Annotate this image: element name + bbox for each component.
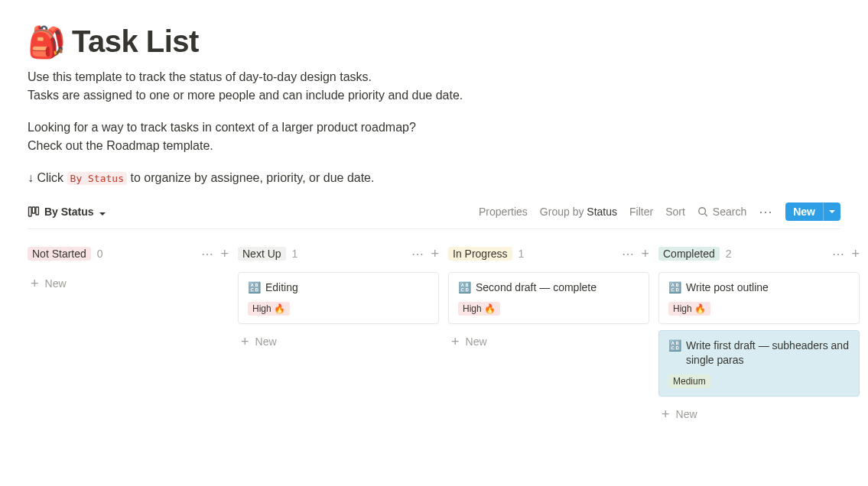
priority-tag: Medium <box>668 374 710 388</box>
plus-icon: + <box>662 407 670 421</box>
priority-tag: High 🔥 <box>248 302 290 316</box>
description-line: Use this template to track the status of… <box>28 68 840 86</box>
column-header: Not Started0⋯+ <box>28 243 229 264</box>
search-icon <box>697 206 708 217</box>
svg-rect-0 <box>29 207 32 216</box>
column-header: Completed2⋯+ <box>658 243 860 264</box>
svg-point-3 <box>699 208 706 215</box>
card-icon: 🔠 <box>668 339 681 354</box>
column-header: In Progress1⋯+ <box>448 243 649 264</box>
column-more-button[interactable]: ⋯ <box>201 247 214 261</box>
column-add-button[interactable]: + <box>431 247 439 261</box>
column-add-button[interactable]: + <box>641 247 649 261</box>
priority-tag: High 🔥 <box>668 302 710 316</box>
add-card-button[interactable]: +New <box>448 330 649 353</box>
new-button[interactable]: New <box>785 202 840 221</box>
column-status-tag[interactable]: Not Started <box>28 247 91 261</box>
board-card[interactable]: 🔠EditingHigh 🔥 <box>238 272 439 324</box>
column-add-button[interactable]: + <box>220 247 229 261</box>
column-status-tag[interactable]: In Progress <box>448 247 512 261</box>
card-icon: 🔠 <box>248 280 261 296</box>
filter-button[interactable]: Filter <box>629 206 653 218</box>
svg-line-4 <box>704 214 707 216</box>
plus-icon: + <box>241 335 249 348</box>
chevron-down-icon <box>99 208 106 215</box>
column-count: 0 <box>97 248 103 260</box>
description-line: Looking for a way to track tasks in cont… <box>28 118 840 137</box>
groupby-button[interactable]: Group by Status <box>540 206 617 218</box>
add-card-label: New <box>466 335 487 348</box>
card-icon: 🔠 <box>458 280 471 296</box>
board-card[interactable]: 🔠Write post outlineHigh 🔥 <box>658 272 860 324</box>
column-status-tag[interactable]: Completed <box>658 247 720 261</box>
add-card-button[interactable]: +New <box>658 403 860 426</box>
column-more-button[interactable]: ⋯ <box>411 247 424 261</box>
svg-rect-1 <box>32 207 35 213</box>
card-title: Write first draft — subheaders and singl… <box>686 339 850 368</box>
svg-rect-2 <box>36 207 39 215</box>
add-card-button[interactable]: +New <box>238 330 439 353</box>
priority-tag: High 🔥 <box>458 302 500 316</box>
sort-button[interactable]: Sort <box>665 206 685 218</box>
card-title: Second draft — complete <box>476 280 597 296</box>
board-column: Not Started0⋯++New <box>28 243 229 426</box>
description-line: Tasks are assigned to one or more people… <box>28 86 840 105</box>
column-count: 1 <box>519 248 525 260</box>
column-add-button[interactable]: + <box>851 247 860 261</box>
board-column: Completed2⋯+🔠Write post outlineHigh 🔥🔠Wr… <box>658 243 860 426</box>
column-count: 2 <box>726 248 732 260</box>
column-status-tag[interactable]: Next Up <box>238 247 286 261</box>
inline-code: By Status <box>67 172 127 185</box>
description-line: Check out the Roadmap template. <box>28 137 840 155</box>
column-more-button[interactable]: ⋯ <box>832 247 845 261</box>
board-card[interactable]: 🔠Second draft — completeHigh 🔥 <box>448 272 649 324</box>
board-icon <box>28 206 40 218</box>
column-more-button[interactable]: ⋯ <box>622 247 635 261</box>
add-card-label: New <box>255 335 277 348</box>
page-icon[interactable]: 🎒 <box>28 27 66 57</box>
card-title: Write post outline <box>686 280 769 296</box>
add-card-label: New <box>676 408 697 420</box>
card-icon: 🔠 <box>668 280 681 296</box>
card-title: Editing <box>265 280 298 296</box>
plus-icon: + <box>31 277 39 290</box>
search-button[interactable]: Search <box>697 206 746 218</box>
column-header: Next Up1⋯+ <box>238 243 439 264</box>
properties-button[interactable]: Properties <box>479 206 528 218</box>
add-card-button[interactable]: +New <box>28 272 229 295</box>
page-title[interactable]: Task List <box>72 24 199 59</box>
view-selector[interactable]: By Status <box>28 206 106 218</box>
new-dropdown[interactable] <box>823 202 840 221</box>
instruction-text: ↓ Click By Status to organize by assigne… <box>28 169 840 187</box>
add-card-label: New <box>45 277 67 290</box>
board-card[interactable]: 🔠Write first draft — subheaders and sing… <box>658 330 860 397</box>
column-count: 1 <box>292 248 298 260</box>
board-column: In Progress1⋯+🔠Second draft — completeHi… <box>448 243 649 426</box>
view-label: By Status <box>44 206 94 218</box>
more-menu-button[interactable]: ⋯ <box>759 205 773 219</box>
plus-icon: + <box>451 335 460 348</box>
board-column: Next Up1⋯+🔠EditingHigh 🔥+New <box>238 243 439 426</box>
